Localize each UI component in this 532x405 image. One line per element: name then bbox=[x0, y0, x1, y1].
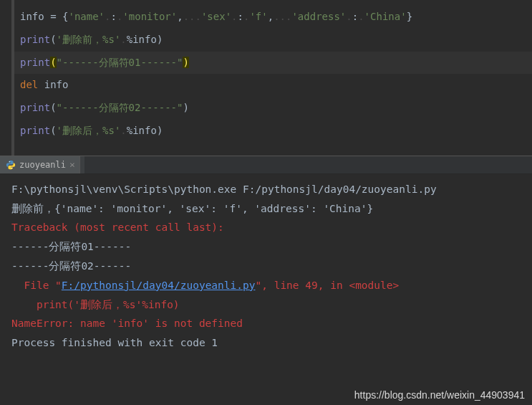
code-line[interactable]: info = {'name'.:.'monitor',...'sex'.:.'f… bbox=[14, 6, 532, 29]
builtin-fn: print bbox=[20, 34, 50, 45]
builtin-fn: print bbox=[20, 125, 50, 136]
builtin-fn: print bbox=[20, 57, 50, 68]
keyword: del bbox=[20, 79, 38, 90]
console-error-line: print('删除后，%s'%info) bbox=[11, 295, 521, 315]
run-tab[interactable]: zuoyeanli × bbox=[0, 156, 80, 173]
operator: = bbox=[44, 11, 62, 22]
console-line: F:\pythonsjl\venv\Scripts\python.exe F:/… bbox=[11, 180, 521, 199]
console-line: Process finished with exit code 1 bbox=[11, 333, 521, 353]
code-line[interactable]: print('删除后，%s'.%info) bbox=[14, 120, 532, 143]
console-output[interactable]: F:\pythonsjl\venv\Scripts\python.exe F:/… bbox=[0, 174, 532, 358]
toolbar-filler bbox=[84, 156, 532, 173]
console-line: ------分隔符02------ bbox=[11, 257, 521, 276]
code-line[interactable]: print("------分隔符02------") bbox=[14, 97, 532, 120]
svg-point-0 bbox=[9, 161, 10, 162]
run-tab-bar: zuoyeanli × bbox=[0, 156, 532, 174]
code-line[interactable]: print('删除前，%s'.%info) bbox=[14, 29, 532, 52]
tab-label: zuoyeanli bbox=[19, 160, 66, 170]
code-line-active[interactable]: print("------分隔符01------") bbox=[14, 52, 532, 75]
console-error-line: File "F:/pythonsjl/day04/zuoyeanli.py", … bbox=[11, 276, 521, 295]
watermark: https://blog.csdn.net/weixin_44903941 bbox=[354, 389, 525, 401]
code-editor[interactable]: info = {'name'.:.'monitor',...'sex'.:.'f… bbox=[11, 0, 532, 156]
variable: info bbox=[20, 11, 44, 22]
console-error-line: NameError: name 'info' is not defined bbox=[11, 314, 521, 333]
paren-highlight: ) bbox=[183, 57, 188, 68]
paren-highlight: ( bbox=[50, 57, 56, 68]
file-link[interactable]: F:/pythonsjl/day04/zuoyeanli.py bbox=[62, 280, 256, 291]
builtin-fn: print bbox=[20, 102, 50, 113]
svg-point-1 bbox=[11, 168, 12, 168]
code-line[interactable]: del info bbox=[14, 74, 532, 97]
python-icon bbox=[6, 160, 16, 170]
console-error-line: Traceback (most recent call last): bbox=[11, 218, 521, 237]
console-line: ------分隔符01------ bbox=[11, 237, 521, 257]
console-line: 删除前，{'name': 'monitor', 'sex': 'f', 'add… bbox=[11, 199, 521, 219]
close-icon[interactable]: × bbox=[69, 159, 75, 170]
